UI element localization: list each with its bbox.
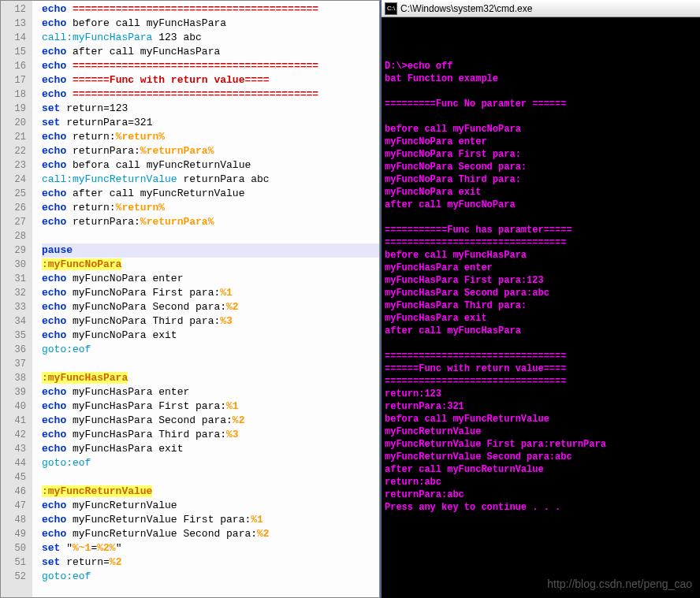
code-line[interactable] (42, 357, 379, 371)
code-line[interactable]: echo ===================================… (42, 87, 379, 102)
code-line[interactable]: call:myFuncHasPara 123 abc (42, 31, 379, 45)
cmd-line: myFuncHasPara exit (385, 312, 697, 325)
cmd-line: ================================ (385, 350, 697, 362)
code-line[interactable]: :myFuncReturnValue (42, 485, 379, 499)
code-line[interactable]: echo myFuncHasPara enter (42, 385, 379, 399)
cmd-line: =========Func No paramter ====== (385, 98, 697, 110)
code-line[interactable]: echo returnPara:%returnPara% (42, 215, 379, 229)
code-line[interactable]: echo myFuncNoPara Second para:%2 (42, 300, 379, 314)
code-editor[interactable]: 1213141516171819202122232425262728293031… (0, 0, 380, 598)
cmd-line: befora call myFuncReturnValue (385, 413, 697, 425)
cmd-line (385, 337, 697, 350)
cmd-line (385, 110, 697, 123)
code-line[interactable]: pause (42, 243, 379, 258)
cmd-line: myFuncReturnValue Second para:abc (385, 451, 697, 463)
cmd-line: myFuncNoPara exit (385, 186, 697, 199)
code-line[interactable]: goto:eof (42, 456, 379, 470)
code-line[interactable]: :myFuncNoPara (42, 258, 379, 272)
cmd-line: after call myFuncNoPara (385, 199, 697, 211)
cmd-line: myFuncNoPara enter (385, 136, 697, 148)
cmd-line: myFuncNoPara Third para: (385, 173, 697, 186)
code-line[interactable]: :myFuncHasPara (42, 371, 379, 385)
code-line[interactable]: goto:eof (42, 570, 379, 584)
code-line[interactable]: echo return:%return% (42, 130, 379, 144)
cmd-line (385, 47, 697, 60)
cmd-line: before call myFuncHasPara (385, 249, 697, 262)
code-line[interactable]: echo myFuncHasPara Second para:%2 (42, 414, 379, 428)
cmd-line: ===========Func has paramter===== (385, 224, 697, 236)
cmd-line: myFuncReturnValue First para:returnPara (385, 438, 697, 451)
cmd-window: C:\ C:\Windows\system32\cmd.exe D:\>echo… (380, 0, 700, 598)
cmd-line: myFuncReturnValue (385, 425, 697, 438)
code-line[interactable]: echo after call myFuncHasPara (42, 45, 379, 59)
code-line[interactable]: echo before call myFuncHasPara (42, 17, 379, 31)
cmd-line: myFuncHasPara First para:123 (385, 274, 697, 287)
code-line[interactable] (42, 470, 379, 485)
code-line[interactable]: echo returnPara:%returnPara% (42, 144, 379, 158)
cmd-icon: C:\ (385, 2, 397, 15)
cmd-line: ======Func with return value==== (385, 362, 697, 375)
cmd-line (385, 85, 697, 98)
code-line[interactable]: set return=123 (42, 102, 379, 116)
cmd-line: after call myFuncHasPara (385, 325, 697, 337)
code-area[interactable]: echo ===================================… (32, 1, 379, 597)
cmd-line: myFuncHasPara enter (385, 262, 697, 274)
cmd-line: returnPara:321 (385, 400, 697, 413)
code-line[interactable]: echo myFuncNoPara Third para:%3 (42, 314, 379, 329)
code-line[interactable]: echo myFuncNoPara enter (42, 272, 379, 286)
cmd-line: return:123 (385, 388, 697, 400)
code-line[interactable]: echo myFuncHasPara exit (42, 442, 379, 456)
code-line[interactable]: goto:eof (42, 343, 379, 357)
code-line[interactable]: echo myFuncReturnValue (42, 499, 379, 513)
code-line[interactable]: echo myFuncNoPara exit (42, 329, 379, 343)
cmd-output[interactable]: D:\>echo offbat Function example =======… (382, 17, 700, 598)
code-line[interactable]: set returnPara=321 (42, 116, 379, 130)
cmd-line: before call myFuncNoPara (385, 123, 697, 136)
cmd-line: return:abc (385, 476, 697, 488)
cmd-line: Press any key to continue . . . (385, 501, 697, 514)
cmd-line: after call myFuncReturnValue (385, 463, 697, 476)
code-line[interactable]: echo ======Func with return value==== (42, 73, 379, 87)
code-line[interactable]: echo return:%return% (42, 201, 379, 215)
cmd-titlebar[interactable]: C:\ C:\Windows\system32\cmd.exe (382, 0, 700, 17)
cmd-line: returnPara:abc (385, 488, 697, 501)
cmd-line (385, 211, 697, 224)
code-line[interactable]: echo myFuncReturnValue Second para:%2 (42, 527, 379, 541)
cmd-line: myFuncHasPara Third para: (385, 299, 697, 312)
cmd-line: bat Function example (385, 72, 697, 85)
cmd-line: D:\>echo off (385, 60, 697, 72)
code-line[interactable]: echo myFuncReturnValue First para:%1 (42, 513, 379, 527)
code-line[interactable]: set return=%2 (42, 555, 379, 570)
code-line[interactable]: call:myFuncReturnValue returnPara abc (42, 173, 379, 187)
code-line[interactable]: echo myFuncNoPara First para:%1 (42, 286, 379, 300)
code-line[interactable]: echo ===================================… (42, 2, 379, 17)
code-line[interactable]: echo ===================================… (42, 59, 379, 73)
cmd-title-text: C:\Windows\system32\cmd.exe (400, 3, 532, 14)
code-line[interactable]: echo befora call myFuncReturnValue (42, 158, 379, 173)
code-line[interactable] (42, 229, 379, 243)
cmd-line: ================================ (385, 375, 697, 388)
cmd-line: myFuncNoPara Second para: (385, 161, 697, 173)
cmd-line: myFuncHasPara Second para:abc (385, 287, 697, 299)
code-line[interactable]: set "%~1=%2%" (42, 541, 379, 555)
line-number-gutter: 1213141516171819202122232425262728293031… (1, 1, 32, 597)
code-line[interactable]: echo after call myFuncReturnValue (42, 187, 379, 201)
code-line[interactable]: echo myFuncHasPara Third para:%3 (42, 428, 379, 442)
cmd-line: myFuncNoPara First para: (385, 148, 697, 161)
code-line[interactable]: echo myFuncHasPara First para:%1 (42, 399, 379, 414)
cmd-line: ================================ (385, 236, 697, 249)
watermark-text: http://blog.csdn.net/peng_cao (547, 578, 692, 590)
